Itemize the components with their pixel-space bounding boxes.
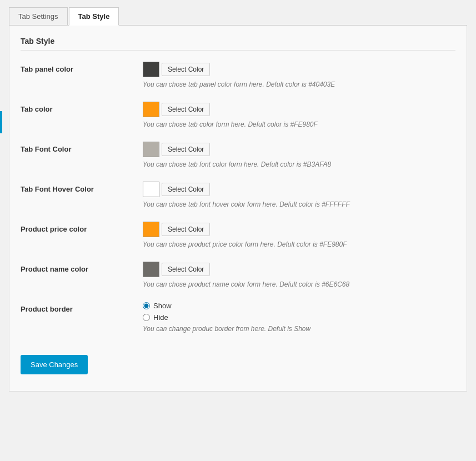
border-show-label: Show <box>153 302 172 310</box>
tab-panel-color-hint: You can chose tab panel color form here.… <box>143 81 455 88</box>
border-show-radio[interactable] <box>143 302 150 309</box>
tab-color-hint: You can chose tab color form here. Deful… <box>143 121 455 128</box>
tab-color-select-btn[interactable]: Select Color <box>162 103 210 116</box>
tab-style-tab[interactable]: Tab Style <box>69 7 119 26</box>
tab-font-color-label: Tab Font Color <box>21 142 143 153</box>
product-border-hint: You can change produc border from here. … <box>143 325 455 333</box>
tab-color-label: Tab color <box>21 102 143 113</box>
tab-font-hover-color-hint: You can chose tab font hover color form … <box>143 201 455 208</box>
tab-panel-color-select-btn[interactable]: Select Color <box>162 63 210 76</box>
product-price-color-hint: You can chose product price color form h… <box>143 240 455 248</box>
tab-font-hover-color-select-btn[interactable]: Select Color <box>162 183 210 196</box>
tab-font-color-hint: You can chose tab font color form here. … <box>143 161 455 168</box>
save-changes-button[interactable]: Save Changes <box>21 355 88 374</box>
product-name-color-color-row: Select Color <box>143 262 455 277</box>
tab-panel-color-swatch <box>143 62 159 77</box>
product-name-color-label: Product name color <box>21 262 143 273</box>
tab-font-hover-color-label: Tab Font Hover Color <box>21 182 143 193</box>
tab-color-row: Tab colorSelect ColorYou can chose tab c… <box>21 102 455 128</box>
product-price-color-control: Select ColorYou can chose product price … <box>143 222 455 248</box>
tab-panel-color-control: Select ColorYou can chose tab panel colo… <box>143 62 455 88</box>
product-border-row: Product border Show Hide You can change … <box>21 302 455 333</box>
tab-font-color-row: Tab Font ColorSelect ColorYou can chose … <box>21 142 455 168</box>
tab-color-swatch <box>143 102 159 117</box>
border-hide-label: Hide <box>153 313 168 322</box>
left-accent-bar <box>0 111 2 133</box>
tab-panel-color-row: Tab panel colorSelect ColorYou can chose… <box>21 62 455 88</box>
tab-panel-color-label: Tab panel color <box>21 62 143 73</box>
product-name-color-hint: You can chose product name color form he… <box>143 280 455 288</box>
tab-panel-color-color-row: Select Color <box>143 62 455 77</box>
tab-font-color-select-btn[interactable]: Select Color <box>162 143 210 156</box>
border-hide-radio[interactable] <box>143 314 150 321</box>
product-price-color-row: Product price colorSelect ColorYou can c… <box>21 222 455 248</box>
border-hide-option[interactable]: Hide <box>143 313 455 322</box>
tab-content-panel: Tab Style Tab panel colorSelect ColorYou… <box>9 26 467 392</box>
product-name-color-control: Select ColorYou can chose product name c… <box>143 262 455 288</box>
tab-font-hover-color-color-row: Select Color <box>143 182 455 197</box>
product-border-control: Show Hide You can change produc border f… <box>143 302 455 333</box>
tab-font-hover-color-control: Select ColorYou can chose tab font hover… <box>143 182 455 208</box>
border-show-option[interactable]: Show <box>143 302 455 310</box>
section-title: Tab Style <box>21 37 455 51</box>
product-name-color-swatch <box>143 262 159 277</box>
tab-font-color-color-row: Select Color <box>143 142 455 157</box>
tab-color-control: Select ColorYou can chose tab color form… <box>143 102 455 128</box>
tab-font-hover-color-swatch <box>143 182 159 197</box>
product-price-color-select-btn[interactable]: Select Color <box>162 223 210 236</box>
product-name-color-select-btn[interactable]: Select Color <box>162 263 210 276</box>
tab-color-color-row: Select Color <box>143 102 455 117</box>
border-radio-group: Show Hide <box>143 302 455 322</box>
product-border-label: Product border <box>21 302 143 313</box>
tab-font-color-swatch <box>143 142 159 157</box>
tab-settings-tab[interactable]: Tab Settings <box>9 7 68 26</box>
product-name-color-row: Product name colorSelect ColorYou can ch… <box>21 262 455 288</box>
product-price-color-color-row: Select Color <box>143 222 455 237</box>
product-price-color-swatch <box>143 222 159 237</box>
tab-font-hover-color-row: Tab Font Hover ColorSelect ColorYou can … <box>21 182 455 208</box>
tab-navigation: Tab Settings Tab Style <box>9 7 467 26</box>
tab-font-color-control: Select ColorYou can chose tab font color… <box>143 142 455 168</box>
product-price-color-label: Product price color <box>21 222 143 233</box>
